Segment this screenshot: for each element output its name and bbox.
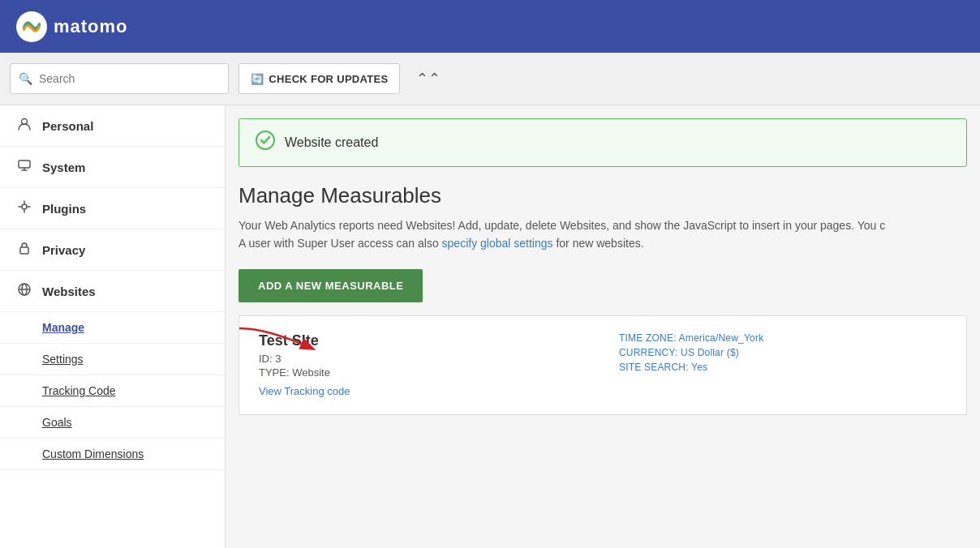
sidebar-item-privacy[interactable]: Privacy [0,229,225,271]
site-info-right: TIME ZONE: America/New_York CURRENCY: US… [619,332,947,398]
sidebar: Personal System Plugins [0,105,226,548]
sitesearch-value: Yes [691,362,707,373]
svg-rect-4 [20,247,28,254]
websites-label: Websites [42,285,96,298]
sidebar-item-system[interactable]: System [0,147,225,188]
site-type: TYPE: Website [259,366,587,379]
main-content: Website created Manage Measurables Your … [226,105,980,548]
add-measurable-button[interactable]: ADD A NEW MEASURABLE [239,269,423,302]
site-info-left: Test SIte ID: 3 TYPE: Website View Track… [259,332,587,398]
svg-rect-2 [19,161,30,168]
check-updates-button[interactable]: 🔄 CHECK FOR UPDATES [239,63,400,94]
site-search: SITE SEARCH: Yes [619,362,947,373]
personal-label: Personal [42,119,93,133]
site-name: Test SIte [259,332,587,349]
refresh-icon: 🔄 [251,73,264,85]
sidebar-sub-goals[interactable]: Goals [0,407,225,439]
main-layout: Personal System Plugins [0,105,980,548]
global-settings-link[interactable]: specify global settings [442,237,553,250]
websites-icon [16,282,32,300]
system-label: System [42,161,85,174]
sidebar-item-personal[interactable]: Personal [0,105,225,147]
success-message: Website created [285,135,378,150]
collapse-button[interactable]: ⌃⌃ [410,66,447,91]
search-input[interactable] [39,72,220,85]
success-banner: Website created [239,118,967,167]
privacy-label: Privacy [42,243,85,257]
sitesearch-label: SITE SEARCH: [619,362,689,373]
logo-text: matomo [54,16,128,37]
matomo-logo-icon [16,11,47,42]
plugins-icon [16,199,32,217]
timezone-value: America/New_York [679,332,764,344]
privacy-icon [16,241,32,259]
sidebar-item-websites[interactable]: Websites [0,271,225,312]
site-card: Test SIte ID: 3 TYPE: Website View Track… [239,315,967,415]
sidebar-item-plugins[interactable]: Plugins [0,188,225,229]
site-currency: CURRENCY: US Dollar ($) [619,347,947,358]
currency-value: US Dollar ($) [681,347,739,358]
page-description-text2: A user with Super User access can also [239,237,442,250]
page-description: Your Web Analytics reports need Websites… [239,216,967,253]
sidebar-sub-manage[interactable]: Manage [0,312,225,344]
view-tracking-link[interactable]: View Tracking code [259,385,350,397]
sidebar-sub-custom-dimensions[interactable]: Custom Dimensions [0,439,225,470]
currency-label: CURRENCY: [619,347,677,358]
plugins-label: Plugins [42,202,86,216]
system-icon [16,158,32,176]
svg-point-3 [22,204,27,209]
page-description-text3: for new websites. [553,237,644,250]
search-box[interactable]: 🔍 [10,63,229,94]
search-icon: 🔍 [19,72,32,85]
page-description-text1: Your Web Analytics reports need Websites… [239,219,885,232]
chevron-up-icon: ⌃⌃ [416,71,441,87]
app-header: matomo [0,0,980,53]
page-title: Manage Measurables [239,183,967,208]
logo: matomo [16,11,128,42]
site-id: ID: 3 [259,353,587,365]
personal-icon [16,117,32,135]
check-updates-label: CHECK FOR UPDATES [269,73,388,85]
toolbar: 🔍 🔄 CHECK FOR UPDATES ⌃⌃ [0,53,980,105]
success-check-icon [256,131,275,155]
site-timezone: TIME ZONE: America/New_York [619,332,947,344]
timezone-label: TIME ZONE: [619,332,677,344]
sidebar-sub-settings[interactable]: Settings [0,344,225,375]
site-card-content: Test SIte ID: 3 TYPE: Website View Track… [259,332,947,398]
sidebar-sub-tracking-code[interactable]: Tracking Code [0,375,225,407]
